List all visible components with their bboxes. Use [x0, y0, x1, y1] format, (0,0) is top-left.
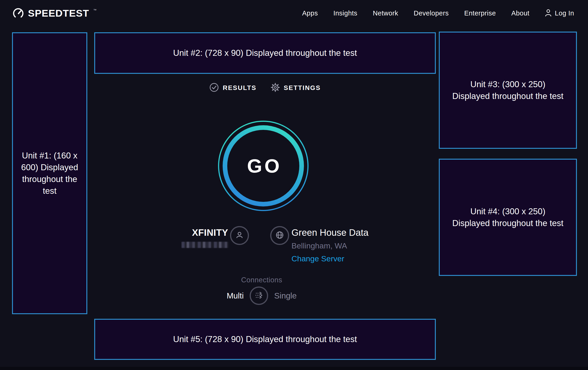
user-icon [545, 9, 552, 18]
nav-item-about[interactable]: About [511, 10, 529, 17]
check-circle-icon [209, 83, 219, 93]
ad-unit-4-rectangle[interactable]: Unit #4: (300 x 250) Displayed throughou… [439, 159, 577, 276]
person-icon [235, 230, 244, 241]
gear-icon [271, 83, 280, 93]
connections-label: Connections [94, 276, 429, 284]
change-server-link[interactable]: Change Server [292, 254, 368, 263]
ad-unit-4-text: Unit #4: (300 x 250) Displayed throughou… [451, 206, 565, 229]
nav-item-network[interactable]: Network [373, 10, 398, 17]
server-name[interactable]: Green House Data [292, 228, 368, 238]
ad-unit-3-rectangle[interactable]: Unit #3: (300 x 250) Displayed throughou… [439, 32, 577, 149]
tab-settings[interactable]: SETTINGS [271, 83, 321, 93]
server-avatar [270, 226, 289, 245]
nav-item-insights[interactable]: Insights [333, 10, 357, 17]
nav-menu: Apps Insights Network Developers Enterpr… [302, 9, 574, 18]
nav-item-developers[interactable]: Developers [414, 10, 449, 17]
login-label: Log In [555, 10, 574, 17]
ad-unit-2-text: Unit #2: (728 x 90) Displayed throughout… [173, 47, 357, 59]
connections-toggle-button[interactable] [250, 287, 268, 305]
login-button[interactable]: Log In [545, 9, 574, 18]
footer-strip [0, 367, 588, 370]
go-button-inner-ring: GO [223, 125, 304, 206]
isp-avatar [230, 226, 249, 245]
results-settings-tabs: RESULTS [94, 83, 436, 93]
ad-unit-1-text: Unit #1: (160 x 600) Displayed throughou… [18, 150, 81, 197]
ad-unit-3-text: Unit #3: (300 x 250) Displayed throughou… [451, 79, 565, 102]
tab-results[interactable]: RESULTS [209, 83, 256, 93]
top-nav: SPEEDTEST ™ Apps Insights Network Develo… [0, 0, 588, 27]
connections-toggle: Multi Single [94, 287, 429, 305]
tab-results-label: RESULTS [223, 84, 256, 91]
connections-option-single[interactable]: Single [274, 291, 296, 300]
connections-option-multi[interactable]: Multi [227, 291, 244, 300]
speedtest-logo[interactable]: SPEEDTEST ™ [12, 6, 96, 20]
speedtest-page: SPEEDTEST ™ Apps Insights Network Develo… [0, 0, 588, 370]
ad-unit-2-leaderboard[interactable]: Unit #2: (728 x 90) Displayed throughout… [94, 32, 436, 74]
nav-item-apps[interactable]: Apps [302, 10, 318, 17]
isp-name[interactable]: XFINITY [162, 228, 228, 238]
logo-wordmark: SPEEDTEST [28, 8, 89, 18]
globe-icon [275, 230, 284, 241]
tab-settings-label: SETTINGS [284, 84, 321, 91]
ad-unit-5-leaderboard[interactable]: Unit #5: (728 x 90) Displayed throughout… [94, 319, 436, 360]
go-button-label: GO [245, 155, 282, 177]
ad-unit-5-text: Unit #5: (728 x 90) Displayed throughout… [173, 333, 357, 345]
go-button[interactable]: GO [218, 121, 309, 211]
server-location: Bellingham, WA [292, 241, 368, 250]
gauge-logo-icon [12, 6, 24, 20]
trademark-mark: ™ [93, 8, 96, 12]
isp-ip-obscured [181, 242, 229, 248]
multi-arrows-icon [254, 290, 264, 301]
ad-unit-1-skyscraper[interactable]: Unit #1: (160 x 600) Displayed throughou… [12, 32, 87, 314]
nav-item-enterprise[interactable]: Enterprise [464, 10, 496, 17]
server-info: Green House Data Bellingham, WA Change S… [292, 228, 368, 263]
